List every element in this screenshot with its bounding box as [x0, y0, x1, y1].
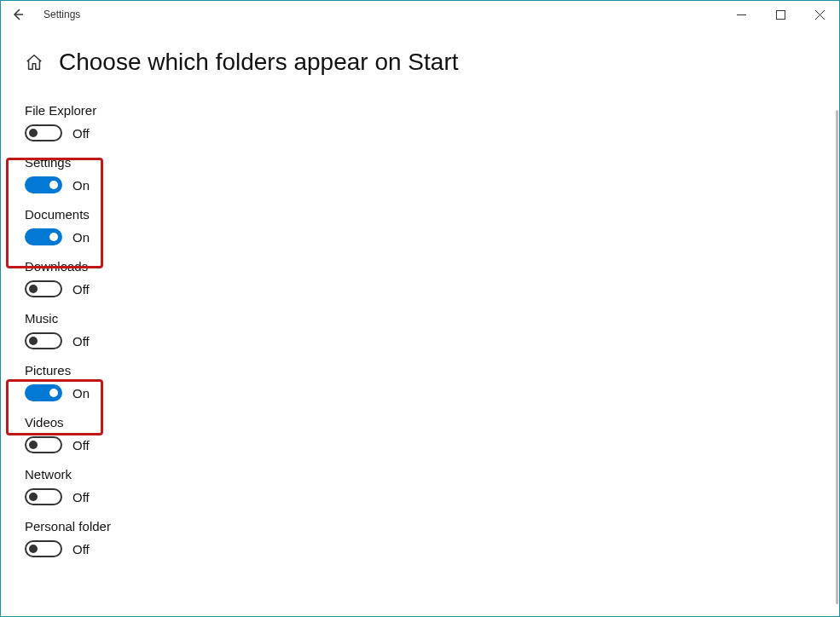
toggle-switch[interactable]	[25, 384, 62, 401]
setting-item: VideosOff	[25, 415, 839, 453]
toggle-row: Off	[25, 436, 839, 453]
setting-item: MusicOff	[25, 311, 839, 349]
toggle-row: Off	[25, 124, 839, 141]
toggle-row: On	[25, 384, 839, 401]
toggle-state-label: Off	[72, 490, 90, 505]
close-icon	[815, 10, 825, 20]
setting-list: File ExplorerOffSettingsOnDocumentsOnDow…	[25, 103, 839, 571]
setting-item: SettingsOn	[25, 155, 839, 193]
settings-window: Settings Choose which folders appear on …	[0, 0, 840, 617]
page-title: Choose which folders appear on Start	[59, 49, 459, 76]
maximize-icon	[776, 10, 785, 20]
toggle-row: Off	[25, 280, 839, 297]
toggle-knob	[49, 233, 58, 241]
setting-label: Videos	[25, 415, 839, 430]
toggle-state-label: Off	[72, 438, 90, 453]
toggle-row: Off	[25, 332, 839, 349]
toggle-state-label: Off	[72, 126, 90, 141]
setting-label: Pictures	[25, 363, 839, 378]
toggle-knob	[29, 441, 38, 449]
close-button[interactable]	[800, 1, 839, 28]
minimize-button[interactable]	[721, 1, 761, 28]
window-title: Settings	[43, 9, 80, 20]
setting-item: DownloadsOff	[25, 259, 839, 297]
scrollbar[interactable]	[836, 110, 838, 604]
toggle-state-label: Off	[72, 542, 90, 556]
window-controls	[721, 1, 839, 28]
toggle-knob	[29, 493, 38, 501]
setting-item: File ExplorerOff	[25, 103, 839, 141]
content-area: Choose which folders appear on Start Fil…	[1, 28, 839, 616]
toggle-knob	[49, 389, 58, 397]
maximize-button[interactable]	[761, 1, 800, 28]
svg-rect-2	[776, 10, 785, 19]
home-icon[interactable]	[25, 53, 43, 72]
setting-label: Documents	[25, 207, 839, 222]
toggle-row: Off	[25, 540, 839, 557]
toggle-row: Off	[25, 488, 839, 505]
toggle-switch[interactable]	[25, 540, 62, 557]
setting-label: Settings	[25, 155, 839, 170]
page-header: Choose which folders appear on Start	[25, 49, 839, 76]
toggle-row: On	[25, 176, 839, 193]
toggle-knob	[49, 181, 58, 189]
toggle-state-label: Off	[72, 334, 90, 349]
toggle-switch[interactable]	[25, 176, 62, 193]
toggle-switch[interactable]	[25, 124, 62, 141]
toggle-switch[interactable]	[25, 228, 62, 245]
toggle-switch[interactable]	[25, 436, 62, 453]
toggle-switch[interactable]	[25, 280, 62, 297]
setting-item: DocumentsOn	[25, 207, 839, 245]
toggle-switch[interactable]	[25, 488, 62, 505]
setting-label: Network	[25, 467, 839, 481]
titlebar: Settings	[1, 1, 839, 28]
toggle-knob	[29, 545, 38, 553]
toggle-state-label: Off	[72, 282, 90, 297]
back-button[interactable]	[8, 4, 28, 25]
toggle-state-label: On	[72, 178, 90, 193]
setting-label: File Explorer	[25, 103, 839, 118]
toggle-knob	[29, 129, 38, 137]
toggle-knob	[29, 337, 38, 345]
setting-item: PicturesOn	[25, 363, 839, 401]
setting-label: Music	[25, 311, 839, 326]
back-arrow-icon	[11, 8, 25, 21]
setting-item: NetworkOff	[25, 467, 839, 505]
toggle-state-label: On	[72, 386, 90, 401]
setting-label: Downloads	[25, 259, 839, 274]
setting-label: Personal folder	[25, 519, 839, 533]
titlebar-left: Settings	[8, 4, 80, 25]
minimize-icon	[737, 10, 746, 20]
toggle-knob	[29, 285, 38, 293]
toggle-switch[interactable]	[25, 332, 62, 349]
setting-item: Personal folderOff	[25, 519, 839, 557]
toggle-row: On	[25, 228, 839, 245]
toggle-state-label: On	[72, 230, 90, 245]
